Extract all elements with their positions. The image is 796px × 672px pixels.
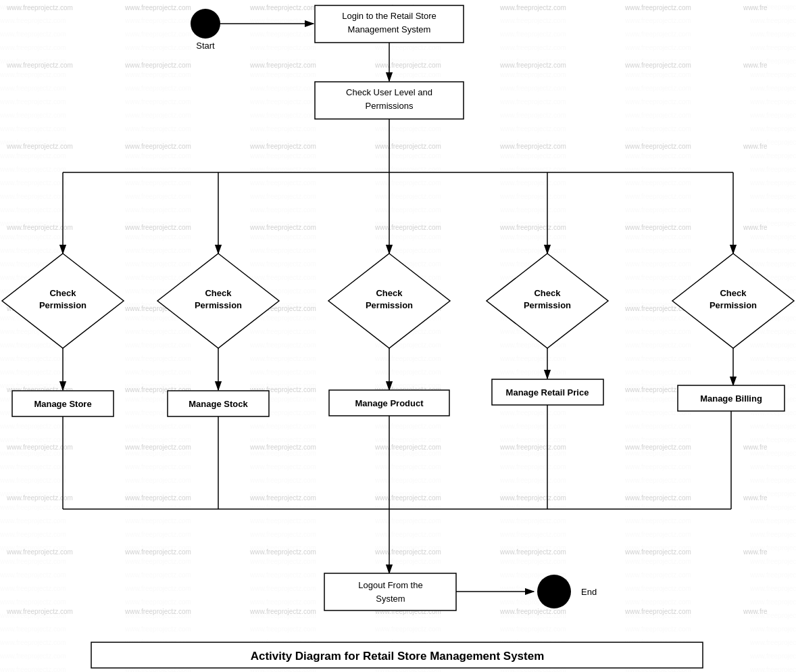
svg-text:www.freeprojectz.com: www.freeprojectz.com: [624, 4, 691, 11]
svg-text:Management System: Management System: [348, 24, 431, 34]
svg-text:www.freeprojectz.com: www.freeprojectz.com: [624, 224, 691, 231]
svg-text:www.freeprojectz.com: www.freeprojectz.com: [249, 143, 316, 150]
svg-text:www.freeprojectz.com: www.freeprojectz.com: [249, 62, 316, 69]
svg-text:www.freeprojectz.com: www.freeprojectz.com: [374, 494, 441, 502]
svg-text:Check User Level and: Check User Level and: [346, 87, 432, 97]
svg-text:www.freeprojectz.com: www.freeprojectz.com: [374, 548, 441, 556]
svg-text:www.freeprojectz.com: www.freeprojectz.com: [374, 443, 441, 451]
svg-text:Check: Check: [534, 288, 561, 298]
svg-text:www.freeprojectz.com: www.freeprojectz.com: [374, 224, 441, 231]
svg-text:www.freeprojectz.com: www.freeprojectz.com: [249, 548, 316, 556]
svg-text:Start: Start: [196, 41, 215, 51]
end-node: [537, 575, 571, 608]
svg-text:www.fre: www.fre: [743, 224, 768, 231]
svg-text:www.freeprojectz.com: www.freeprojectz.com: [499, 224, 566, 231]
start-node: [191, 9, 220, 39]
svg-text:www.freeprojectz.com: www.freeprojectz.com: [374, 62, 441, 69]
svg-text:Check: Check: [720, 288, 747, 298]
logout-node: [324, 573, 456, 610]
svg-text:Permissions: Permissions: [366, 101, 414, 111]
svg-text:www.freeprojectz.com: www.freeprojectz.com: [124, 443, 191, 451]
svg-text:Manage Store: Manage Store: [34, 399, 91, 409]
svg-text:www.freeprojectz.com: www.freeprojectz.com: [6, 608, 73, 615]
svg-text:Login to the Retail Store: Login to the Retail Store: [342, 11, 436, 21]
svg-text:Permission: Permission: [195, 300, 242, 310]
svg-text:Check: Check: [49, 288, 76, 298]
svg-text:www.freeprojectz.com: www.freeprojectz.com: [249, 494, 316, 502]
svg-text:www.freeprojectz.com: www.freeprojectz.com: [624, 62, 691, 69]
svg-text:www.freeprojectz.com: www.freeprojectz.com: [124, 608, 191, 615]
svg-text:Manage Billing: Manage Billing: [700, 393, 762, 404]
svg-text:www.freeprojectz.com: www.freeprojectz.com: [624, 143, 691, 150]
svg-text:www.fre: www.fre: [743, 143, 768, 150]
svg-text:www.freeprojectz.com: www.freeprojectz.com: [124, 224, 191, 231]
svg-text:End: End: [581, 587, 597, 597]
svg-text:www.freeprojectz.com: www.freeprojectz.com: [6, 62, 73, 69]
svg-text:Manage Stock: Manage Stock: [189, 399, 248, 409]
svg-text:Check: Check: [376, 288, 403, 298]
svg-text:www.freeprojectz.com: www.freeprojectz.com: [499, 62, 566, 69]
svg-text:www.freeprojectz.com: www.freeprojectz.com: [124, 4, 191, 11]
svg-text:www.freeprojectz.com: www.freeprojectz.com: [124, 494, 191, 502]
svg-text:www.freeprojectz.com: www.freeprojectz.com: [124, 548, 191, 556]
svg-text:Permission: Permission: [366, 300, 413, 310]
svg-text:Permission: Permission: [524, 300, 571, 310]
svg-text:www.freeprojectz.com: www.freeprojectz.com: [624, 548, 691, 556]
svg-text:Permission: Permission: [710, 300, 757, 310]
svg-text:www.freeprojectz.com: www.freeprojectz.com: [6, 4, 73, 11]
svg-text:Logout From the: Logout From the: [358, 580, 422, 590]
svg-text:www.freeprojectz.com: www.freeprojectz.com: [499, 494, 566, 502]
svg-text:www.freeprojectz.com: www.freeprojectz.com: [124, 143, 191, 150]
svg-text:www.freeprojectz.com: www.freeprojectz.com: [374, 143, 441, 150]
svg-text:www.freeprojectz.com: www.freeprojectz.com: [499, 608, 566, 615]
svg-text:www.freeprojectz.com: www.freeprojectz.com: [624, 443, 691, 451]
svg-text:www.freeprojectz.com: www.freeprojectz.com: [249, 4, 316, 11]
svg-text:www.freeprojectz.com: www.freeprojectz.com: [499, 548, 566, 556]
svg-text:Manage Retail Price: Manage Retail Price: [506, 387, 589, 398]
svg-text:www.freeprojectz.com: www.freeprojectz.com: [624, 494, 691, 502]
svg-text:Permission: Permission: [39, 300, 86, 310]
svg-text:www.fre: www.fre: [743, 4, 768, 11]
svg-text:Check: Check: [205, 288, 232, 298]
svg-text:www.fre: www.fre: [743, 494, 768, 502]
diagram-container: www.freeprojectz.com www.freeprojectz.co…: [0, 0, 796, 672]
svg-text:www.freeprojectz.com: www.freeprojectz.com: [6, 143, 73, 150]
svg-text:www.freeprojectz.com: www.freeprojectz.com: [249, 443, 316, 451]
svg-text:www.freeprojectz.com: www.freeprojectz.com: [6, 548, 73, 556]
diagram-title: Activity Diagram for Retail Store Manage…: [251, 650, 545, 663]
svg-text:www.fre: www.fre: [743, 548, 768, 556]
svg-text:www.fre: www.fre: [743, 443, 768, 451]
svg-text:www.freeprojectz.com: www.freeprojectz.com: [499, 4, 566, 11]
svg-text:www.freeprojectz.com: www.freeprojectz.com: [499, 143, 566, 150]
svg-text:www.fre: www.fre: [743, 608, 768, 615]
svg-text:System: System: [376, 594, 405, 604]
svg-text:www.freeprojectz.com: www.freeprojectz.com: [499, 443, 566, 451]
svg-text:www.freeprojectz.com: www.freeprojectz.com: [124, 62, 191, 69]
svg-text:www.fre: www.fre: [743, 62, 768, 69]
svg-text:www.freeprojectz.com: www.freeprojectz.com: [249, 224, 316, 231]
svg-text:www.freeprojectz.com: www.freeprojectz.com: [624, 608, 691, 615]
svg-text:www.freeprojectz.com: www.freeprojectz.com: [249, 608, 316, 615]
svg-text:Manage Product: Manage Product: [355, 398, 424, 408]
